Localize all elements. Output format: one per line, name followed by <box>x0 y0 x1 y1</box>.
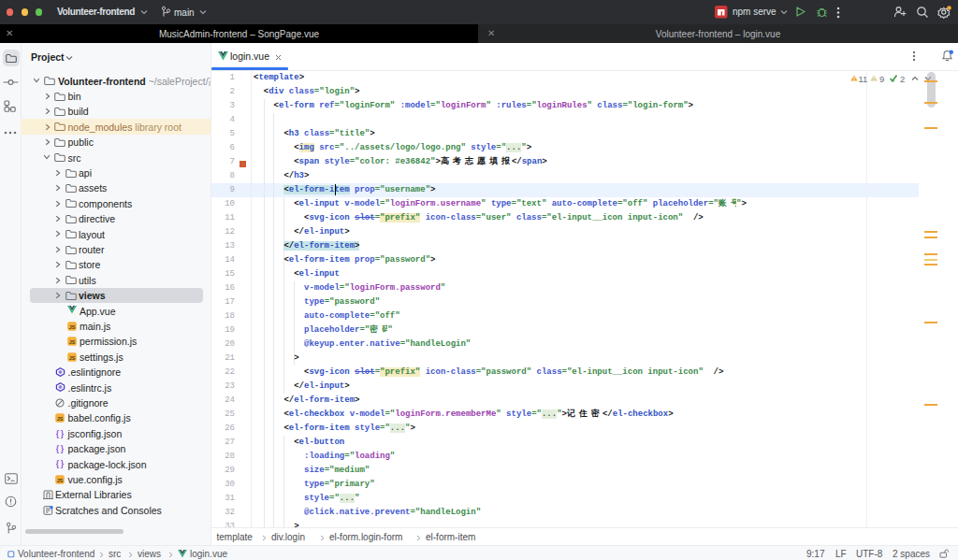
svg-text:JS: JS <box>68 354 75 360</box>
svg-text:JS: JS <box>56 477 63 482</box>
svg-text:{ }: { } <box>55 444 64 453</box>
svg-text:JS: JS <box>56 416 63 422</box>
svg-text:JS: JS <box>68 339 75 345</box>
svg-text:{ }: { } <box>55 460 64 469</box>
svg-text:JS: JS <box>68 323 75 329</box>
svg-text:{ }: { } <box>55 429 64 438</box>
